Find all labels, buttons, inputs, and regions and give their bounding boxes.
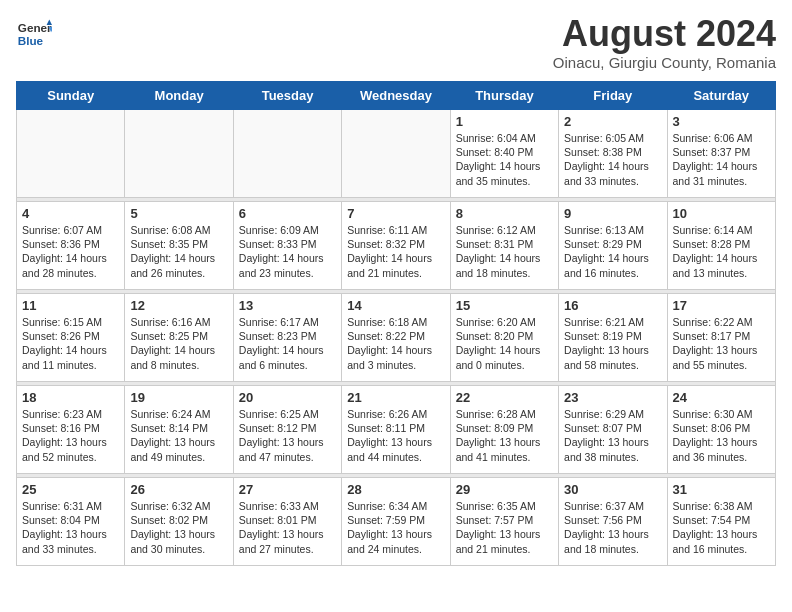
day-info: Sunrise: 6:15 AM Sunset: 8:26 PM Dayligh… — [22, 315, 119, 372]
calendar-cell: 10Sunrise: 6:14 AM Sunset: 8:28 PM Dayli… — [667, 202, 775, 290]
day-info: Sunrise: 6:37 AM Sunset: 7:56 PM Dayligh… — [564, 499, 661, 556]
day-number: 26 — [130, 482, 227, 497]
calendar-cell: 5Sunrise: 6:08 AM Sunset: 8:35 PM Daylig… — [125, 202, 233, 290]
day-number: 29 — [456, 482, 553, 497]
day-info: Sunrise: 6:18 AM Sunset: 8:22 PM Dayligh… — [347, 315, 444, 372]
calendar-cell: 25Sunrise: 6:31 AM Sunset: 8:04 PM Dayli… — [17, 478, 125, 566]
svg-text:General: General — [18, 21, 52, 34]
day-number: 2 — [564, 114, 661, 129]
calendar-cell: 4Sunrise: 6:07 AM Sunset: 8:36 PM Daylig… — [17, 202, 125, 290]
day-info: Sunrise: 6:23 AM Sunset: 8:16 PM Dayligh… — [22, 407, 119, 464]
day-number: 6 — [239, 206, 336, 221]
day-info: Sunrise: 6:28 AM Sunset: 8:09 PM Dayligh… — [456, 407, 553, 464]
day-info: Sunrise: 6:33 AM Sunset: 8:01 PM Dayligh… — [239, 499, 336, 556]
day-info: Sunrise: 6:38 AM Sunset: 7:54 PM Dayligh… — [673, 499, 770, 556]
calendar-cell: 24Sunrise: 6:30 AM Sunset: 8:06 PM Dayli… — [667, 386, 775, 474]
day-number: 15 — [456, 298, 553, 313]
calendar-cell — [17, 110, 125, 198]
day-info: Sunrise: 6:11 AM Sunset: 8:32 PM Dayligh… — [347, 223, 444, 280]
day-info: Sunrise: 6:32 AM Sunset: 8:02 PM Dayligh… — [130, 499, 227, 556]
calendar-cell: 17Sunrise: 6:22 AM Sunset: 8:17 PM Dayli… — [667, 294, 775, 382]
weekday-header-saturday: Saturday — [667, 82, 775, 110]
day-info: Sunrise: 6:16 AM Sunset: 8:25 PM Dayligh… — [130, 315, 227, 372]
day-info: Sunrise: 6:29 AM Sunset: 8:07 PM Dayligh… — [564, 407, 661, 464]
week-row-5: 25Sunrise: 6:31 AM Sunset: 8:04 PM Dayli… — [17, 478, 776, 566]
logo-icon: General Blue — [16, 16, 52, 52]
calendar-cell: 16Sunrise: 6:21 AM Sunset: 8:19 PM Dayli… — [559, 294, 667, 382]
day-number: 18 — [22, 390, 119, 405]
day-info: Sunrise: 6:20 AM Sunset: 8:20 PM Dayligh… — [456, 315, 553, 372]
day-number: 17 — [673, 298, 770, 313]
calendar-cell: 20Sunrise: 6:25 AM Sunset: 8:12 PM Dayli… — [233, 386, 341, 474]
day-info: Sunrise: 6:04 AM Sunset: 8:40 PM Dayligh… — [456, 131, 553, 188]
location: Oinacu, Giurgiu County, Romania — [553, 54, 776, 71]
day-number: 22 — [456, 390, 553, 405]
day-info: Sunrise: 6:24 AM Sunset: 8:14 PM Dayligh… — [130, 407, 227, 464]
day-number: 7 — [347, 206, 444, 221]
calendar-cell: 6Sunrise: 6:09 AM Sunset: 8:33 PM Daylig… — [233, 202, 341, 290]
logo: General Blue — [16, 16, 52, 52]
calendar-table: SundayMondayTuesdayWednesdayThursdayFrid… — [16, 81, 776, 566]
day-number: 3 — [673, 114, 770, 129]
week-row-2: 4Sunrise: 6:07 AM Sunset: 8:36 PM Daylig… — [17, 202, 776, 290]
calendar-cell: 28Sunrise: 6:34 AM Sunset: 7:59 PM Dayli… — [342, 478, 450, 566]
day-number: 20 — [239, 390, 336, 405]
weekday-header-row: SundayMondayTuesdayWednesdayThursdayFrid… — [17, 82, 776, 110]
week-row-1: 1Sunrise: 6:04 AM Sunset: 8:40 PM Daylig… — [17, 110, 776, 198]
day-info: Sunrise: 6:31 AM Sunset: 8:04 PM Dayligh… — [22, 499, 119, 556]
day-number: 28 — [347, 482, 444, 497]
day-number: 11 — [22, 298, 119, 313]
calendar-cell — [342, 110, 450, 198]
day-number: 4 — [22, 206, 119, 221]
day-info: Sunrise: 6:13 AM Sunset: 8:29 PM Dayligh… — [564, 223, 661, 280]
day-info: Sunrise: 6:22 AM Sunset: 8:17 PM Dayligh… — [673, 315, 770, 372]
title-block: August 2024 Oinacu, Giurgiu County, Roma… — [553, 16, 776, 71]
calendar-cell — [125, 110, 233, 198]
day-number: 31 — [673, 482, 770, 497]
day-info: Sunrise: 6:06 AM Sunset: 8:37 PM Dayligh… — [673, 131, 770, 188]
day-info: Sunrise: 6:05 AM Sunset: 8:38 PM Dayligh… — [564, 131, 661, 188]
calendar-cell — [233, 110, 341, 198]
week-row-4: 18Sunrise: 6:23 AM Sunset: 8:16 PM Dayli… — [17, 386, 776, 474]
day-number: 13 — [239, 298, 336, 313]
day-info: Sunrise: 6:14 AM Sunset: 8:28 PM Dayligh… — [673, 223, 770, 280]
day-number: 27 — [239, 482, 336, 497]
weekday-header-friday: Friday — [559, 82, 667, 110]
page-header: General Blue August 2024 Oinacu, Giurgiu… — [16, 16, 776, 71]
calendar-cell: 18Sunrise: 6:23 AM Sunset: 8:16 PM Dayli… — [17, 386, 125, 474]
day-info: Sunrise: 6:21 AM Sunset: 8:19 PM Dayligh… — [564, 315, 661, 372]
weekday-header-sunday: Sunday — [17, 82, 125, 110]
weekday-header-thursday: Thursday — [450, 82, 558, 110]
calendar-cell: 23Sunrise: 6:29 AM Sunset: 8:07 PM Dayli… — [559, 386, 667, 474]
day-info: Sunrise: 6:07 AM Sunset: 8:36 PM Dayligh… — [22, 223, 119, 280]
calendar-cell: 22Sunrise: 6:28 AM Sunset: 8:09 PM Dayli… — [450, 386, 558, 474]
day-info: Sunrise: 6:26 AM Sunset: 8:11 PM Dayligh… — [347, 407, 444, 464]
calendar-cell: 13Sunrise: 6:17 AM Sunset: 8:23 PM Dayli… — [233, 294, 341, 382]
day-number: 24 — [673, 390, 770, 405]
calendar-cell: 3Sunrise: 6:06 AM Sunset: 8:37 PM Daylig… — [667, 110, 775, 198]
calendar-cell: 2Sunrise: 6:05 AM Sunset: 8:38 PM Daylig… — [559, 110, 667, 198]
calendar-cell: 7Sunrise: 6:11 AM Sunset: 8:32 PM Daylig… — [342, 202, 450, 290]
calendar-cell: 9Sunrise: 6:13 AM Sunset: 8:29 PM Daylig… — [559, 202, 667, 290]
calendar-cell: 29Sunrise: 6:35 AM Sunset: 7:57 PM Dayli… — [450, 478, 558, 566]
calendar-cell: 15Sunrise: 6:20 AM Sunset: 8:20 PM Dayli… — [450, 294, 558, 382]
day-info: Sunrise: 6:25 AM Sunset: 8:12 PM Dayligh… — [239, 407, 336, 464]
day-info: Sunrise: 6:35 AM Sunset: 7:57 PM Dayligh… — [456, 499, 553, 556]
day-info: Sunrise: 6:17 AM Sunset: 8:23 PM Dayligh… — [239, 315, 336, 372]
day-info: Sunrise: 6:12 AM Sunset: 8:31 PM Dayligh… — [456, 223, 553, 280]
weekday-header-wednesday: Wednesday — [342, 82, 450, 110]
day-number: 5 — [130, 206, 227, 221]
day-number: 25 — [22, 482, 119, 497]
day-number: 1 — [456, 114, 553, 129]
weekday-header-tuesday: Tuesday — [233, 82, 341, 110]
day-number: 23 — [564, 390, 661, 405]
calendar-cell: 30Sunrise: 6:37 AM Sunset: 7:56 PM Dayli… — [559, 478, 667, 566]
weekday-header-monday: Monday — [125, 82, 233, 110]
calendar-cell: 31Sunrise: 6:38 AM Sunset: 7:54 PM Dayli… — [667, 478, 775, 566]
calendar-cell: 19Sunrise: 6:24 AM Sunset: 8:14 PM Dayli… — [125, 386, 233, 474]
day-info: Sunrise: 6:09 AM Sunset: 8:33 PM Dayligh… — [239, 223, 336, 280]
calendar-cell: 21Sunrise: 6:26 AM Sunset: 8:11 PM Dayli… — [342, 386, 450, 474]
day-number: 8 — [456, 206, 553, 221]
calendar-cell: 26Sunrise: 6:32 AM Sunset: 8:02 PM Dayli… — [125, 478, 233, 566]
day-number: 21 — [347, 390, 444, 405]
